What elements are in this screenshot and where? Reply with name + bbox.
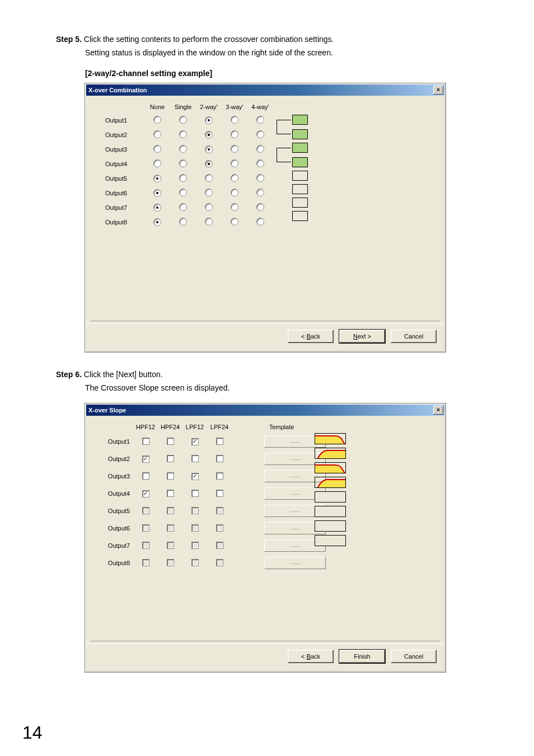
checkbox[interactable] (167, 472, 174, 480)
checkbox[interactable] (216, 472, 223, 480)
checkbox[interactable] (191, 438, 199, 445)
row-label: Output1 (101, 438, 133, 445)
radio-option[interactable] (231, 203, 238, 211)
slope-preview (315, 506, 346, 517)
back-button[interactable]: < Back (288, 330, 334, 343)
checkbox (142, 542, 149, 549)
row-label: Output7 (105, 204, 144, 211)
checkbox[interactable] (142, 456, 149, 463)
checkbox (167, 542, 174, 549)
xover-slope-dialog: X-over Slope × HPF12HPF24LPF12LPF24Templ… (85, 403, 446, 672)
finish-button[interactable]: Finish (339, 650, 385, 663)
radio-option[interactable] (205, 174, 213, 182)
checkbox[interactable] (142, 438, 149, 445)
radio-option[interactable] (231, 189, 238, 196)
radio-option[interactable] (231, 218, 238, 226)
radio-option[interactable] (179, 116, 187, 124)
cancel-button[interactable]: Cancel (391, 330, 437, 343)
radio-option[interactable] (153, 159, 161, 167)
checkbox (216, 542, 223, 549)
radio-option[interactable] (256, 116, 264, 124)
radio-option[interactable] (179, 203, 187, 211)
radio-option[interactable] (256, 174, 264, 182)
preview-box (292, 129, 308, 139)
radio-option[interactable] (179, 159, 187, 167)
dialog1-title: X-over Combination (88, 87, 147, 93)
preview-box (292, 211, 308, 221)
radio-option[interactable] (256, 218, 264, 226)
radio-option[interactable] (205, 203, 213, 211)
radio-option[interactable] (153, 130, 161, 138)
radio-option[interactable] (179, 130, 187, 138)
checkbox[interactable] (167, 438, 174, 445)
step6-text1: Click the [Next] button. (84, 370, 163, 379)
column-header: 3-way' (222, 104, 247, 110)
radio-option[interactable] (205, 116, 213, 124)
radio-option[interactable] (153, 175, 161, 182)
radio-option[interactable] (205, 145, 213, 153)
checkbox[interactable] (191, 490, 199, 497)
row-label: Output6 (101, 525, 133, 532)
step5-text2: Setting status is displayed in the windo… (85, 47, 495, 58)
dialog2-preview-column (315, 433, 346, 546)
radio-option[interactable] (231, 130, 238, 138)
next-button[interactable]: Next > (339, 330, 385, 343)
radio-option[interactable] (205, 189, 213, 196)
radio-option[interactable] (153, 204, 161, 212)
radio-option[interactable] (231, 159, 238, 167)
cancel-button[interactable]: Cancel (391, 650, 437, 663)
checkbox[interactable] (191, 455, 199, 462)
radio-option[interactable] (205, 218, 213, 226)
preview-box (292, 171, 308, 181)
checkbox (216, 559, 223, 566)
radio-option[interactable] (256, 159, 264, 167)
checkbox[interactable] (216, 490, 223, 497)
radio-option (205, 131, 213, 139)
checkbox[interactable] (191, 473, 199, 480)
column-header: None (144, 104, 170, 110)
step6-label: Step 6. (56, 370, 82, 379)
checkbox (142, 507, 149, 514)
checkbox[interactable] (142, 490, 149, 497)
radio-option[interactable] (179, 218, 187, 226)
radio-option (205, 160, 213, 168)
radio-option[interactable] (256, 145, 264, 153)
radio-option[interactable] (153, 189, 161, 197)
xover-slope-grid: HPF12HPF24LPF12LPF24TemplateOutput1-----… (101, 424, 433, 569)
checkbox (216, 507, 223, 514)
radio-option[interactable] (179, 145, 187, 153)
preview-pair (277, 143, 308, 167)
radio-option[interactable] (231, 174, 238, 182)
row-label: Output4 (101, 490, 133, 497)
radio-option[interactable] (179, 174, 187, 182)
xover-combination-grid: NoneSingle2-way'3-way'4-way'Output1Outpu… (105, 104, 433, 227)
radio-option[interactable] (231, 145, 238, 153)
preview-box (292, 198, 308, 208)
step6-text2: The Crossover Slope screen is displayed. (85, 382, 495, 393)
radio-option[interactable] (256, 203, 264, 211)
radio-option[interactable] (179, 189, 187, 196)
radio-option[interactable] (231, 116, 238, 124)
checkbox[interactable] (142, 472, 149, 480)
radio-option[interactable] (256, 130, 264, 138)
row-label: Output6 (105, 190, 144, 196)
checkbox[interactable] (167, 490, 174, 497)
checkbox[interactable] (216, 455, 223, 462)
close-icon[interactable]: × (433, 86, 443, 95)
preview-box (292, 184, 308, 194)
slope-preview (315, 535, 346, 546)
close-icon[interactable]: × (433, 406, 443, 415)
row-label: Output2 (105, 132, 144, 138)
column-header: 2-way' (196, 104, 222, 110)
radio-option[interactable] (153, 218, 161, 226)
back-button[interactable]: < Back (288, 650, 334, 663)
preview-box (292, 115, 308, 125)
radio-option[interactable] (153, 145, 161, 153)
radio-option[interactable] (153, 116, 161, 124)
checkbox (191, 559, 199, 566)
slope-preview (315, 462, 346, 473)
checkbox[interactable] (167, 455, 174, 462)
checkbox[interactable] (216, 438, 223, 445)
radio-option[interactable] (256, 189, 264, 196)
checkbox (167, 559, 174, 566)
